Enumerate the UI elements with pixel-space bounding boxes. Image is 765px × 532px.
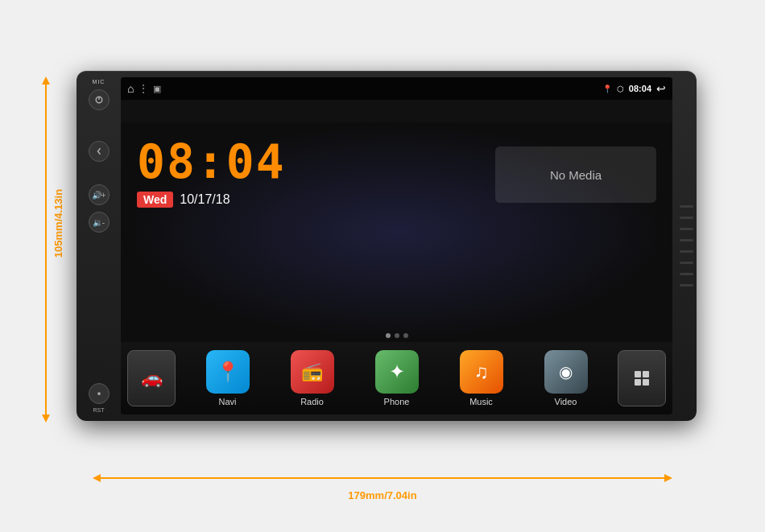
reset-button[interactable] <box>89 383 110 404</box>
radio-app-icon: 📻 <box>291 350 334 394</box>
video-app-label: Video <box>555 397 577 406</box>
app-item-phone[interactable]: ✦ Phone <box>375 350 419 406</box>
volume-up-button[interactable]: 🔊+ <box>89 184 110 205</box>
car-icon: 🚗 <box>141 368 163 389</box>
svg-rect-6 <box>643 379 649 386</box>
app-item-navi[interactable]: 📍 Navi <box>206 350 250 406</box>
clock-display: 08:04 <box>137 138 495 185</box>
navi-app-label: Navi <box>218 397 236 406</box>
dimension-horizontal-arrow <box>93 474 672 482</box>
app-item-music[interactable]: ♫ Music <box>460 350 503 406</box>
grid-app-button[interactable] <box>618 350 666 406</box>
power-button[interactable] <box>89 89 110 110</box>
status-bar: ⌂ ⋮ ▣ 📍 ⬡ 08:04 ↩ <box>121 77 672 100</box>
main-content-area: 08:04 Wed 10/17/18 No Media <box>121 122 672 342</box>
back-icon: ↩ <box>656 82 666 95</box>
app-bar: 🚗 📍 Navi 📻 Radio <box>121 342 672 414</box>
app-item-video[interactable]: ◉ Video <box>544 350 588 406</box>
right-vent <box>676 198 697 295</box>
dot-2 <box>395 333 399 338</box>
music-app-label: Music <box>469 397 493 406</box>
status-bar-left: ⌂ ⋮ ▣ <box>127 82 161 95</box>
dimension-vertical-arrow <box>42 76 50 423</box>
home-icon: ⌂ <box>127 82 134 95</box>
clock-section: 08:04 Wed 10/17/18 <box>137 138 495 208</box>
status-bar-right: 📍 ⬡ 08:04 ↩ <box>602 82 666 95</box>
location-icon: 📍 <box>602 85 612 93</box>
dimension-horizontal-label: 179mm/7.04in <box>348 489 416 501</box>
bluetooth-icon: ⬡ <box>617 85 624 93</box>
phone-app-label: Phone <box>384 397 410 406</box>
dot-1 <box>386 333 391 338</box>
day-badge: Wed <box>137 192 173 208</box>
rst-label: RST <box>93 407 105 413</box>
date-row: Wed 10/17/18 <box>137 192 495 208</box>
svg-rect-5 <box>635 379 641 386</box>
volume-down-button[interactable]: 🔉- <box>89 212 110 233</box>
back-button[interactable] <box>89 141 110 162</box>
media-section: No Media <box>495 146 656 203</box>
svg-point-2 <box>97 392 101 395</box>
mic-label: MIC <box>93 79 105 85</box>
page-indicator <box>386 333 408 338</box>
app-item-radio[interactable]: 📻 Radio <box>291 350 334 406</box>
car-stereo-device: MIC 🔊+ 🔉- <box>76 71 697 421</box>
svg-rect-3 <box>635 371 641 377</box>
device-screen: ⌂ ⋮ ▣ 📍 ⬡ 08:04 ↩ 08:04 Wed 10/17/18 <box>121 77 672 414</box>
menu-dots-icon: ⋮ <box>139 83 148 94</box>
apps-row: 📍 Navi 📻 Radio ✦ Phone <box>179 350 614 406</box>
video-app-icon: ◉ <box>544 350 588 394</box>
radio-app-label: Radio <box>300 397 324 406</box>
image-icon: ▣ <box>153 84 161 94</box>
music-app-icon: ♫ <box>460 350 503 394</box>
left-controls-strip: MIC 🔊+ 🔉- <box>76 71 121 421</box>
dot-3 <box>403 333 408 338</box>
scene: 105mm/4.13in 179mm/7.04in MIC <box>0 0 765 532</box>
no-media-label: No Media <box>550 168 602 182</box>
status-time: 08:04 <box>629 84 651 93</box>
date-text: 10/17/18 <box>180 192 229 207</box>
dimension-vertical-label: 105mm/4.13in <box>52 189 64 258</box>
home-app-button[interactable]: 🚗 <box>127 350 176 406</box>
svg-rect-4 <box>643 371 649 377</box>
navi-app-icon: 📍 <box>206 350 250 394</box>
phone-app-icon: ✦ <box>375 350 419 394</box>
